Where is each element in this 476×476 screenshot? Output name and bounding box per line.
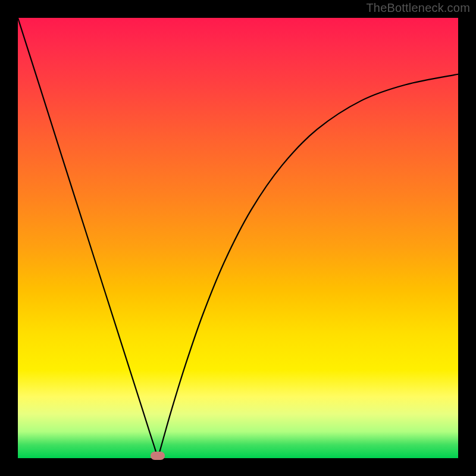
plot-area [18, 18, 458, 458]
chart-frame: TheBottleneck.com [0, 0, 476, 476]
min-marker [151, 452, 165, 460]
curve-svg [18, 18, 458, 458]
watermark-text: TheBottleneck.com [366, 1, 470, 15]
bottleneck-curve [18, 18, 458, 458]
